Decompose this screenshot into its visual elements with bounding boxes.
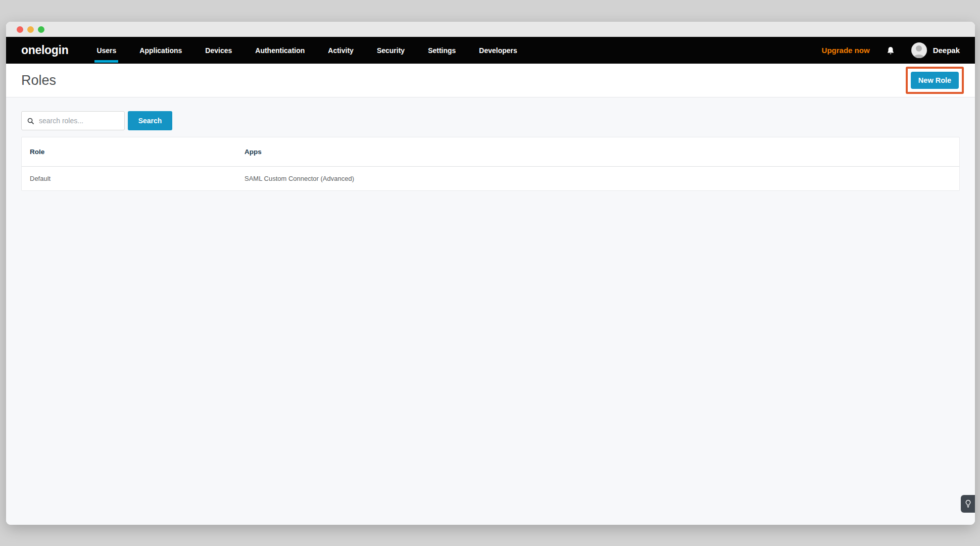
table-header-row: Role Apps [22,137,959,166]
app-window: onelogin Users Applications Devices Auth… [6,22,975,525]
navbar-right-section: Upgrade now Deepak [822,42,960,58]
nav-tab-label: Users [96,46,116,55]
nav-tab-activity[interactable]: Activity [326,37,356,64]
active-tab-underline [94,60,118,63]
role-apps-cell: SAML Custom Connector (Advanced) [236,175,959,182]
window-titlebar [6,22,975,37]
user-menu[interactable]: Deepak [911,42,960,58]
help-lightbulb-tab[interactable] [961,495,975,513]
nav-tab-label: Authentication [255,46,305,55]
role-name-cell: Default [22,175,236,182]
nav-tab-applications[interactable]: Applications [137,37,184,64]
main-navigation: Users Applications Devices Authenticatio… [94,37,519,64]
roles-content: Search Role Apps Default SAML Custom Con… [6,97,975,525]
lightbulb-icon [965,500,971,508]
nav-tab-label: Devices [205,46,232,55]
annotation-highlight-box: New Role [906,67,964,94]
search-box [21,111,125,130]
nav-tab-devices[interactable]: Devices [203,37,234,64]
search-roles-input[interactable] [39,117,119,125]
table-row[interactable]: Default SAML Custom Connector (Advanced) [22,166,959,190]
avatar-head [916,45,922,52]
nav-tab-developers[interactable]: Developers [477,37,519,64]
page-header: Roles New Role [6,64,975,97]
nav-tab-authentication[interactable]: Authentication [253,37,307,64]
avatar [911,42,927,58]
page-title: Roles [21,73,56,88]
roles-table: Role Apps Default SAML Custom Connector … [21,137,960,191]
nav-tab-users[interactable]: Users [94,37,118,64]
column-header-apps: Apps [236,148,959,156]
nav-tab-label: Applications [139,46,182,55]
upgrade-now-link[interactable]: Upgrade now [822,46,870,55]
window-controls [17,26,44,33]
maximize-window-button[interactable] [38,26,44,33]
column-header-role: Role [22,148,236,156]
onelogin-logo[interactable]: onelogin [21,43,68,57]
nav-tab-label: Settings [428,46,456,55]
bell-icon[interactable] [886,45,895,56]
minimize-window-button[interactable] [27,26,34,33]
nav-tab-label: Activity [328,46,354,55]
search-button[interactable]: Search [128,111,172,130]
nav-tab-label: Security [377,46,405,55]
search-row: Search [21,111,960,130]
top-navbar: onelogin Users Applications Devices Auth… [6,37,975,64]
nav-tab-label: Developers [479,46,517,55]
user-name: Deepak [933,46,960,55]
new-role-button[interactable]: New Role [911,72,959,89]
nav-tab-security[interactable]: Security [375,37,407,64]
avatar-shoulders [913,55,924,58]
search-icon [27,117,34,125]
close-window-button[interactable] [17,26,23,33]
nav-tab-settings[interactable]: Settings [426,37,458,64]
